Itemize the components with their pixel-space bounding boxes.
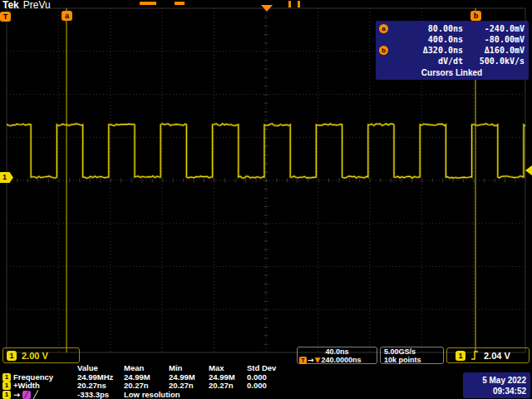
measurement-min: 20.27n <box>169 382 209 391</box>
record-length: 10k points <box>384 356 443 364</box>
cursor-b-label[interactable]: b <box>470 11 481 21</box>
trigger-t-marker: T <box>0 12 11 22</box>
cursor-a-label[interactable]: a <box>62 11 72 21</box>
dvdt-value: 500.0kV/s <box>463 56 525 66</box>
cursor-a-badge-icon: a <box>379 24 388 33</box>
cursor-readout-panel: a 80.00ns -240.0mV 400.0ns -80.00mV b Δ3… <box>376 21 529 80</box>
cursors-linked-status: Cursors Linked <box>379 66 525 78</box>
cursor-b-badge-icon: b <box>379 46 388 55</box>
date-label: 5 May 2022 <box>463 375 526 386</box>
col-mean: Mean <box>124 364 169 373</box>
trigger-box[interactable]: 1 2.04 V <box>446 347 530 363</box>
sample-rate: 5.00GS/s <box>384 347 443 356</box>
ch1-badge-icon: 1 <box>2 382 11 390</box>
cursor-delta-time: Δ320.0ns <box>388 45 463 56</box>
measurement-row-delay: 1 → ╱ ╱ -333.3ps Low resolution <box>2 391 298 399</box>
measurement-value: 20.27ns <box>77 382 124 391</box>
record-view-mark <box>175 2 185 5</box>
record-cursor-tick <box>298 1 300 7</box>
measurement-value: -333.3ps <box>77 391 124 399</box>
arrow-icon: → <box>13 391 20 399</box>
record-view-mark <box>140 2 156 5</box>
cursor-delta-row: b Δ320.0ns Δ160.0mV <box>379 45 525 56</box>
measurement-std: 0.000 <box>247 382 293 391</box>
time-label: 09:34:52 <box>463 386 526 397</box>
trigger-position-readout: T→▼240.0000ns <box>298 356 377 364</box>
rising-edge-icon <box>470 350 479 361</box>
channel1-badge-icon: 1 <box>7 351 17 361</box>
edge-icon: ╱ <box>33 391 38 399</box>
measurement-max: 20.27n <box>209 382 247 391</box>
trigger-position-value: 240.0000ns <box>321 356 361 364</box>
col-stddev: Std Dev <box>247 364 293 373</box>
trigger-source-badge-icon: 1 <box>456 351 466 361</box>
channel1-scale: 2.00 V <box>22 351 48 361</box>
cursor-a-row: a 80.00ns -240.0mV <box>379 23 525 34</box>
acquisition-box[interactable]: 5.00GS/s 10k points <box>380 347 444 364</box>
cursor-b-time: 400.0ns <box>388 34 463 45</box>
horizontal-box[interactable]: 40.0ns T→▼240.0000ns <box>297 347 377 364</box>
measurement-note: Low resolution <box>124 391 293 399</box>
datetime-box: 5 May 2022 09:34:52 <box>463 372 530 398</box>
trigger-position-icon[interactable] <box>261 5 273 12</box>
measurement-header-row: Value Mean Min Max Std Dev <box>2 364 298 373</box>
timebase-scale: 40.0ns <box>298 347 377 356</box>
ch1-badge-icon: 1 <box>2 373 11 382</box>
ch1-waveform <box>5 124 532 179</box>
trigger-level: 2.04 V <box>484 351 510 361</box>
waveform-glow <box>5 124 532 179</box>
dvdt-row: dV/dt 500.0kV/s <box>379 56 525 66</box>
trigger-level-marker[interactable] <box>525 165 532 175</box>
trigger-t-icon: T <box>299 357 307 364</box>
dvdt-label: dV/dt <box>388 56 463 66</box>
oscilloscope-screen: TekPreVu T a b 1 a 80.00ns -240.0mV 400.… <box>0 0 532 399</box>
channel1-scale-box[interactable]: 1 2.00 V <box>2 347 80 363</box>
cursor-b-volt: -80.00mV <box>463 34 525 45</box>
cursor-delta-volt: Δ160.0mV <box>463 45 525 56</box>
col-value: Value <box>77 364 124 373</box>
measurement-mean: 20.27n <box>124 382 169 391</box>
brand-logo: Tek <box>2 0 19 11</box>
arrow-icon: → <box>308 356 314 364</box>
measurement-row-pwidth: 1 +Width 20.27ns 20.27n 20.27n 20.27n 0.… <box>2 382 298 391</box>
cursor-b-abs-row: 400.0ns -80.00mV <box>379 34 525 45</box>
measurement-table: Value Mean Min Max Std Dev 1 Frequency 2… <box>2 364 298 399</box>
trigger-marker-icon: ▼ <box>315 356 321 364</box>
acquisition-status: PreVu <box>23 0 51 11</box>
edge-badge-icon: ╱ <box>22 391 31 399</box>
brand-status: TekPreVu <box>2 0 51 11</box>
measurement-name: +Width <box>13 382 40 391</box>
cursor-a-volt: -240.0mV <box>463 23 525 34</box>
col-max: Max <box>209 364 247 373</box>
col-min: Min <box>169 364 209 373</box>
cursor-a-time: 80.00ns <box>388 23 463 34</box>
ch1-badge-icon: 1 <box>2 391 11 399</box>
record-cursor-tick <box>288 1 291 7</box>
